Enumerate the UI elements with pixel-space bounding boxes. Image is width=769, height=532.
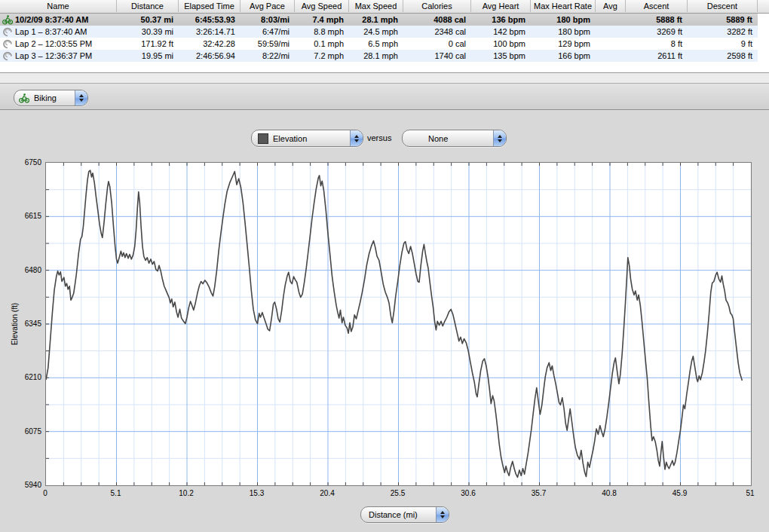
x-axis-metric-label: Distance (mi) xyxy=(361,510,436,519)
x-tick-label: 25.5 xyxy=(379,489,417,498)
table-header: NameDistanceElapsed TimeAvg PaceAvg Spee… xyxy=(0,0,769,14)
row-value-cell: 8:03/mi xyxy=(241,14,295,26)
row-value-cell: 5889 ft xyxy=(688,14,758,26)
chart-panel: Elevation versus None Elevation (ft) 675… xyxy=(0,111,769,532)
row-value-cell xyxy=(596,26,626,38)
lap-icon xyxy=(2,51,13,61)
column-header-avg-speed[interactable]: Avg Speed xyxy=(295,0,349,12)
popup-arrows-icon xyxy=(350,130,363,146)
column-header-name[interactable]: Name xyxy=(0,0,117,12)
row-value-cell: 19.95 mi xyxy=(117,50,179,62)
table-row[interactable]: Lap 2 – 12:03:55 PM171.92 ft32:42.2859:5… xyxy=(0,38,769,50)
row-value-cell: 8 ft xyxy=(626,38,688,50)
scrollbar-track[interactable] xyxy=(758,50,769,62)
y-tick-label: 6075 xyxy=(7,427,41,436)
row-value-cell: 142 bpm xyxy=(471,26,531,38)
row-name-cell: 10/2/09 8:37:40 AM xyxy=(0,14,117,26)
pane-divider xyxy=(0,73,769,83)
row-value-cell: 28.1 mph xyxy=(349,14,403,26)
column-header-avg[interactable]: Avg xyxy=(596,0,626,12)
scrollbar-track[interactable] xyxy=(758,14,769,26)
y-tick-label: 6480 xyxy=(7,266,41,275)
x-tick-label: 20.4 xyxy=(308,489,346,498)
row-value-cell: 180 bpm xyxy=(531,26,596,38)
row-value-cell: 9 ft xyxy=(688,38,758,50)
column-header-max-heart-rate[interactable]: Max Heart Rate xyxy=(531,0,596,12)
table-body: 10/2/09 8:37:40 AM50.37 mi6:45:53.938:03… xyxy=(0,14,769,62)
row-value-cell: 1740 cal xyxy=(403,50,471,62)
row-name-label: 10/2/09 8:37:40 AM xyxy=(15,14,88,26)
x-tick-label: 30.6 xyxy=(449,489,487,498)
row-value-cell: 135 bpm xyxy=(471,50,531,62)
row-value-cell: 7.4 mph xyxy=(295,14,349,26)
activity-type-popup[interactable]: Biking xyxy=(14,90,88,106)
elevation-plot[interactable] xyxy=(45,162,752,486)
row-value-cell: 2348 cal xyxy=(403,26,471,38)
row-value-cell: 24.5 mph xyxy=(349,26,403,38)
column-header-max-speed[interactable]: Max Speed xyxy=(349,0,403,12)
table-row[interactable]: Lap 3 – 12:36:37 PM19.95 mi2:46:56.948:2… xyxy=(0,50,769,62)
row-value-cell: 2:46:56.94 xyxy=(179,50,241,62)
row-value-cell: 4088 cal xyxy=(403,14,471,26)
row-value-cell: 6.5 mph xyxy=(349,38,403,50)
row-name-label: Lap 3 – 12:36:37 PM xyxy=(15,50,92,62)
column-header-avg-pace[interactable]: Avg Pace xyxy=(241,0,295,12)
bike-icon xyxy=(19,93,29,103)
y-axis-metric-label: Elevation xyxy=(268,134,350,143)
row-value-cell: 32:42.28 xyxy=(179,38,241,50)
toolbar: Biking xyxy=(0,83,769,110)
versus-label: versus xyxy=(367,133,391,142)
column-header-scrollbar xyxy=(758,0,769,12)
x-axis-metric-popup[interactable]: Distance (mi) xyxy=(360,506,449,523)
x-tick-label: 5.1 xyxy=(97,489,135,498)
row-name-label: Lap 2 – 12:03:55 PM xyxy=(15,38,92,50)
scrollbar-track[interactable] xyxy=(758,26,769,38)
lap-icon xyxy=(2,39,13,49)
row-value-cell: 171.92 ft xyxy=(117,38,179,50)
overlay-metric-popup[interactable]: None xyxy=(402,130,507,147)
column-header-elapsed-time[interactable]: Elapsed Time xyxy=(179,0,241,12)
row-name-cell: Lap 2 – 12:03:55 PM xyxy=(0,38,117,50)
y-tick-label: 6615 xyxy=(7,212,41,221)
popup-arrows-icon xyxy=(493,130,506,146)
row-value-cell: 2611 ft xyxy=(626,50,688,62)
column-header-ascent[interactable]: Ascent xyxy=(626,0,688,12)
activity-window: NameDistanceElapsed TimeAvg PaceAvg Spee… xyxy=(0,0,769,532)
row-name-cell: Lap 1 – 8:37:40 AM xyxy=(0,26,117,38)
row-value-cell xyxy=(596,14,626,26)
column-header-descent[interactable]: Descent xyxy=(688,0,758,12)
bike-icon xyxy=(2,15,13,25)
table-row[interactable]: 10/2/09 8:37:40 AM50.37 mi6:45:53.938:03… xyxy=(0,14,769,26)
x-tick-label: 10.2 xyxy=(167,489,205,498)
y-tick-label: 6750 xyxy=(7,158,41,167)
y-tick-label: 6210 xyxy=(7,373,41,382)
popup-arrows-icon xyxy=(436,507,449,522)
row-value-cell xyxy=(596,50,626,62)
row-value-cell: 2598 ft xyxy=(688,50,758,62)
table-row[interactable]: Lap 1 – 8:37:40 AM30.39 mi3:26:14.716:47… xyxy=(0,26,769,38)
row-value-cell: 6:47/mi xyxy=(241,26,295,38)
x-tick-label: 15.3 xyxy=(238,489,276,498)
column-header-calories[interactable]: Calories xyxy=(403,0,471,12)
series-color-swatch-icon xyxy=(258,133,268,144)
row-value-cell: 28.1 mph xyxy=(349,50,403,62)
activity-table: NameDistanceElapsed TimeAvg PaceAvg Spee… xyxy=(0,0,769,73)
overlay-metric-label: None xyxy=(403,134,493,143)
scrollbar-track[interactable] xyxy=(758,38,769,50)
activity-type-label: Biking xyxy=(29,93,75,102)
row-value-cell: 7.2 mph xyxy=(295,50,349,62)
popup-arrows-icon xyxy=(75,90,87,105)
row-value-cell xyxy=(596,38,626,50)
x-tick-label: 35.7 xyxy=(520,489,558,498)
row-value-cell: 0.1 mph xyxy=(295,38,349,50)
column-header-distance[interactable]: Distance xyxy=(117,0,179,12)
row-value-cell: 3:26:14.71 xyxy=(179,26,241,38)
row-value-cell: 180 bpm xyxy=(531,14,596,26)
row-value-cell: 30.39 mi xyxy=(117,26,179,38)
y-axis-metric-popup[interactable]: Elevation xyxy=(251,130,363,147)
x-tick-label: 45.9 xyxy=(661,489,699,498)
row-value-cell: 50.37 mi xyxy=(117,14,179,26)
row-value-cell: 5888 ft xyxy=(626,14,688,26)
column-header-avg-heart[interactable]: Avg Heart xyxy=(471,0,531,12)
row-value-cell: 100 bpm xyxy=(471,38,531,50)
